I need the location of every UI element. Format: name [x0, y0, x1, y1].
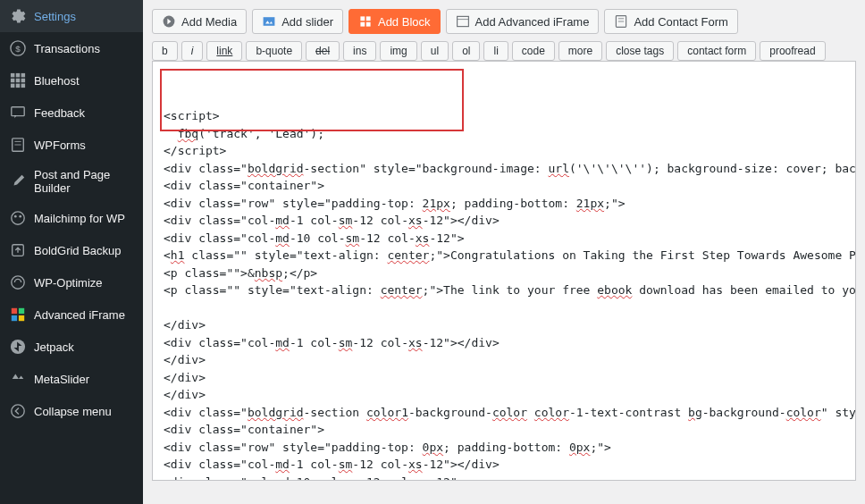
qt-proofread[interactable]: proofread: [760, 41, 825, 61]
svg-rect-4: [21, 73, 26, 78]
svg-point-19: [12, 276, 24, 289]
button-label: Add slider: [281, 15, 333, 29]
quicktags-toolbar: b i link b-quote del ins img ul ol li co…: [152, 41, 856, 61]
sidebar-item-boldgrid-backup[interactable]: BoldGrid Backup: [0, 234, 143, 266]
gear-icon: [9, 7, 27, 25]
svg-point-25: [12, 405, 24, 417]
block-icon: [358, 14, 373, 29]
qt-img[interactable]: img: [380, 41, 416, 61]
svg-rect-6: [16, 79, 21, 83]
sidebar-item-label: Jetpack: [34, 340, 74, 354]
svg-text:$: $: [15, 44, 21, 54]
code-editor[interactable]: <script> fbq('track', 'Lead'); </script>…: [152, 61, 856, 481]
jetpack-icon: [9, 338, 27, 356]
qt-close-tags[interactable]: close tags: [606, 41, 674, 61]
sidebar-item-wp-optimize[interactable]: WP-Optimize: [0, 266, 143, 298]
sidebar-item-label: Transactions: [34, 42, 100, 55]
sidebar-item-feedback[interactable]: Feedback: [0, 97, 143, 129]
sidebar-item-label: Settings: [34, 10, 76, 23]
iframe-icon: [9, 306, 27, 323]
sidebar-item-label: Mailchimp for WP: [34, 212, 125, 225]
svg-point-17: [19, 215, 21, 218]
add-block-button[interactable]: Add Block: [349, 9, 441, 34]
svg-rect-27: [264, 17, 275, 26]
svg-rect-30: [360, 22, 365, 27]
sidebar-item-settings[interactable]: Settings: [0, 0, 143, 32]
sidebar-item-label: Feedback: [34, 106, 85, 120]
qt-contact-form[interactable]: contact form: [677, 41, 756, 61]
svg-rect-23: [19, 315, 24, 321]
sidebar-item-mailchimp[interactable]: Mailchimp for WP: [0, 202, 143, 234]
sidebar-item-label: Collapse menu: [34, 405, 112, 418]
qt-italic[interactable]: i: [181, 41, 204, 61]
qt-ol[interactable]: ol: [452, 41, 480, 61]
dollar-icon: $: [9, 39, 27, 57]
add-media-button[interactable]: Add Media: [152, 9, 247, 34]
optimize-icon: [9, 273, 27, 291]
backup-icon: [9, 241, 27, 259]
button-label: Add Block: [378, 15, 431, 29]
qt-bquote[interactable]: b-quote: [246, 41, 302, 61]
svg-rect-9: [16, 84, 21, 88]
wpforms-icon: [9, 136, 27, 154]
collapse-icon: [9, 402, 27, 420]
svg-rect-29: [366, 16, 371, 21]
sidebar-item-advanced-iframe[interactable]: Advanced iFrame: [0, 298, 143, 331]
sidebar-item-jetpack[interactable]: Jetpack: [0, 331, 143, 363]
button-label: Add Media: [181, 15, 237, 29]
qt-ul[interactable]: ul: [421, 41, 449, 61]
main-content: Add Media Add slider Add Block Add Advan…: [143, 0, 865, 504]
sidebar-item-label: Advanced iFrame: [34, 308, 125, 322]
svg-rect-2: [11, 73, 15, 78]
svg-rect-20: [12, 308, 17, 314]
qt-code[interactable]: code: [512, 41, 555, 61]
add-advanced-iframe-button[interactable]: Add Advanced iFrame: [446, 9, 600, 34]
svg-rect-32: [457, 16, 468, 26]
sidebar-item-label: MetaSlider: [34, 373, 89, 386]
svg-rect-31: [366, 22, 371, 27]
svg-rect-7: [21, 79, 26, 83]
slider-icon: [262, 14, 276, 29]
add-slider-button[interactable]: Add slider: [252, 9, 343, 34]
admin-sidebar: Settings $Transactions Bluehost Feedback…: [0, 0, 143, 504]
svg-rect-3: [16, 73, 21, 78]
svg-point-16: [14, 215, 17, 218]
svg-rect-8: [11, 84, 15, 88]
sidebar-item-collapse[interactable]: Collapse menu: [0, 395, 143, 427]
sidebar-item-wpforms[interactable]: WPForms: [0, 129, 143, 161]
svg-rect-11: [12, 107, 24, 116]
brush-icon: [9, 172, 27, 190]
form-icon: [614, 14, 628, 29]
sidebar-item-transactions[interactable]: $Transactions: [0, 32, 143, 64]
qt-more[interactable]: more: [558, 41, 602, 61]
button-label: Add Contact Form: [634, 15, 728, 29]
media-icon: [162, 14, 176, 29]
svg-rect-28: [360, 16, 365, 21]
sidebar-item-label: Bluehost: [34, 74, 80, 88]
feedback-icon: [9, 104, 27, 122]
svg-rect-10: [21, 84, 26, 88]
svg-rect-5: [11, 79, 15, 83]
media-toolbar: Add Media Add slider Add Block Add Advan…: [152, 9, 856, 34]
sidebar-item-metaslider[interactable]: MetaSlider: [0, 363, 143, 395]
button-label: Add Advanced iFrame: [475, 15, 590, 29]
svg-rect-21: [19, 308, 24, 314]
sidebar-item-label: BoldGrid Backup: [34, 244, 122, 257]
sidebar-item-label: Post and Page Builder: [34, 168, 136, 195]
qt-bold[interactable]: b: [152, 41, 178, 61]
svg-point-15: [12, 212, 24, 224]
iframe-icon: [456, 14, 470, 29]
sidebar-item-label: WPForms: [34, 139, 86, 152]
qt-ins[interactable]: ins: [343, 41, 376, 61]
qt-link[interactable]: link: [206, 41, 242, 61]
add-contact-form-button[interactable]: Add Contact Form: [604, 9, 738, 34]
qt-li[interactable]: li: [483, 41, 508, 61]
qt-del[interactable]: del: [306, 41, 340, 61]
slider-icon: [9, 370, 27, 388]
mailchimp-icon: [9, 209, 27, 227]
svg-rect-22: [12, 315, 17, 321]
sidebar-item-post-page-builder[interactable]: Post and Page Builder: [0, 161, 143, 202]
grid-icon: [9, 71, 27, 89]
sidebar-item-label: WP-Optimize: [34, 276, 103, 290]
sidebar-item-bluehost[interactable]: Bluehost: [0, 64, 143, 97]
